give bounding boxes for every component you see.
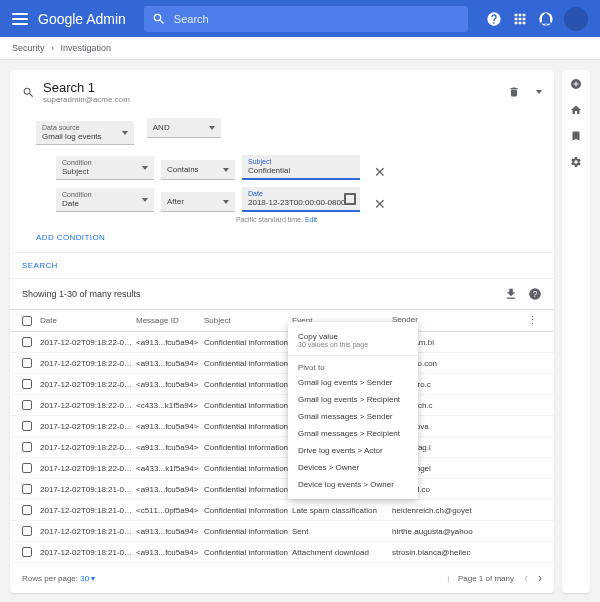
- row-checkbox[interactable]: [22, 337, 32, 347]
- search-button[interactable]: SEARCH: [10, 252, 554, 278]
- table-row[interactable]: 2017-12-02T09:18:21-0800<a913...fcu5a94>…: [10, 521, 554, 542]
- logo-google: Google: [38, 11, 83, 27]
- cell-subject: Confidential information: [204, 506, 292, 515]
- row-checkbox[interactable]: [22, 547, 32, 557]
- global-search[interactable]: [144, 6, 468, 32]
- menu-item[interactable]: Gmail messages > Recipient: [288, 425, 418, 442]
- breadcrumb-root[interactable]: Security: [12, 43, 45, 53]
- row-checkbox[interactable]: [22, 484, 32, 494]
- cell-subject: Confidential information: [204, 338, 292, 347]
- help-icon[interactable]: [486, 11, 502, 27]
- condition-row: ConditionSubject Contains Subject Confid…: [56, 155, 528, 180]
- condition-row: ConditionDate After Date 2018-12-23T00:0…: [56, 187, 528, 212]
- data-source-label: Data source: [42, 124, 102, 131]
- download-icon[interactable]: [504, 287, 518, 301]
- row-checkbox[interactable]: [22, 463, 32, 473]
- cell-message-id: <c433...k1f5a94>: [136, 401, 204, 410]
- gear-icon[interactable]: [570, 156, 582, 168]
- column-date[interactable]: Date: [40, 316, 136, 325]
- column-menu-icon[interactable]: ⋮: [527, 315, 538, 326]
- menu-item[interactable]: Gmail log events > Recipient: [288, 391, 418, 408]
- row-checkbox[interactable]: [22, 400, 32, 410]
- table-row[interactable]: 2017-12-02T09:18:22-0800<a913...fcu5a94>…: [10, 416, 554, 437]
- investigation-card: Search 1 superadmin@acme.com Data source…: [10, 70, 554, 593]
- column-subject[interactable]: Subject: [204, 316, 292, 325]
- row-checkbox[interactable]: [22, 526, 32, 536]
- side-toolbar: [562, 70, 590, 593]
- app-header: Google Admin: [0, 0, 600, 37]
- table-row[interactable]: 2017-12-02T09:18:22-0800<a913...fcu5a94>…: [10, 437, 554, 458]
- chevron-down-icon: [142, 198, 148, 202]
- search-input[interactable]: [174, 13, 460, 25]
- cell-date: 2017-12-02T09:18:22-0800: [40, 422, 136, 431]
- svg-text:?: ?: [533, 290, 538, 299]
- rows-per-page-label: Rows per page:: [22, 574, 78, 583]
- row-checkbox[interactable]: [22, 442, 32, 452]
- results-summary-bar: Showing 1-30 of many results ?: [10, 278, 554, 309]
- table-row[interactable]: 2017-12-02T09:18:22-0800<a913...fcu5a94>…: [10, 374, 554, 395]
- row-checkbox[interactable]: [22, 421, 32, 431]
- cell-sender: hirthe.augusta@yahoo: [392, 527, 542, 536]
- data-source-select[interactable]: Data source Gmail log events: [36, 121, 134, 145]
- condition-operator-select[interactable]: Contains: [161, 160, 235, 180]
- condition-date-input[interactable]: Date 2018-12-23T00:00:00-0800: [242, 187, 360, 212]
- remove-condition-button[interactable]: ✕: [373, 164, 387, 180]
- chevron-down-icon: [223, 200, 229, 204]
- cell-subject: Confidential information: [204, 359, 292, 368]
- row-checkbox[interactable]: [22, 379, 32, 389]
- cell-subject: Confidential information: [204, 443, 292, 452]
- row-checkbox[interactable]: [22, 505, 32, 515]
- condition-field-select[interactable]: ConditionSubject: [56, 156, 154, 180]
- table-row[interactable]: 2017-12-02T09:18:22-0800<a433...k1f5a94>…: [10, 458, 554, 479]
- table-row[interactable]: 2017-12-02T09:18:22-0800<a913...fcu5a94>…: [10, 332, 554, 353]
- menu-item[interactable]: Devices > Owner: [288, 459, 418, 476]
- table-row[interactable]: 2017-12-02T09:18:22-0800<c433...k1f5a94>…: [10, 395, 554, 416]
- condition-value-input[interactable]: Subject Confidential: [242, 155, 360, 180]
- delete-icon[interactable]: [508, 86, 520, 98]
- chevron-down-icon: [223, 168, 229, 172]
- apps-icon[interactable]: [512, 11, 528, 27]
- cell-event: Late spam classification: [292, 506, 392, 515]
- select-all-checkbox[interactable]: [22, 316, 32, 326]
- avatar[interactable]: [564, 7, 588, 31]
- menu-item[interactable]: Gmail messages > Sender: [288, 408, 418, 425]
- remove-condition-button[interactable]: ✕: [373, 196, 387, 212]
- help-icon[interactable]: ?: [528, 287, 542, 301]
- cell-event: Attachment download: [292, 548, 392, 557]
- query-builder: Data source Gmail log events AND Conditi…: [10, 114, 554, 252]
- row-checkbox[interactable]: [22, 358, 32, 368]
- first-page-button[interactable]: |‹: [447, 574, 448, 583]
- menu-item[interactable]: Device log events > Owner: [288, 476, 418, 493]
- calendar-icon[interactable]: [344, 193, 356, 205]
- next-page-button[interactable]: ›: [538, 571, 542, 585]
- menu-item[interactable]: Gmail log events > Sender: [288, 374, 418, 391]
- search-owner-email: superadmin@acme.com: [43, 95, 500, 104]
- menu-copy-value[interactable]: Copy value 30 values on this page: [288, 328, 418, 352]
- logo-admin: Admin: [86, 11, 126, 27]
- add-condition-button[interactable]: ADD CONDITION: [36, 233, 528, 242]
- bookmark-icon[interactable]: [570, 130, 582, 142]
- table-row[interactable]: 2017-12-02T09:18:21-0800<a913...fcu5a94>…: [10, 542, 554, 563]
- expand-icon[interactable]: [536, 90, 542, 94]
- table-row[interactable]: 2017-12-02T09:18:22-0800<a913...fcu5a94>…: [10, 353, 554, 374]
- notifications-icon[interactable]: [538, 11, 554, 27]
- condition-operator-select[interactable]: After: [161, 192, 235, 212]
- menu-icon[interactable]: [12, 13, 28, 25]
- chevron-right-icon: ›: [51, 43, 54, 53]
- condition-field-select[interactable]: ConditionDate: [56, 188, 154, 212]
- cell-date: 2017-12-02T09:18:22-0800: [40, 464, 136, 473]
- rows-per-page-select[interactable]: 30 ▾: [80, 574, 95, 583]
- operator-and[interactable]: AND: [147, 118, 221, 138]
- cell-subject: Confidential information: [204, 527, 292, 536]
- prev-page-button[interactable]: ‹: [524, 571, 528, 585]
- column-message-id[interactable]: Message ID: [136, 316, 204, 325]
- cell-date: 2017-12-02T09:18:21-0800: [40, 506, 136, 515]
- menu-item[interactable]: Drive log events > Actor: [288, 442, 418, 459]
- add-icon[interactable]: [570, 78, 582, 90]
- table-row[interactable]: 2017-12-02T09:18:21-0800<c511...0pf5a94>…: [10, 500, 554, 521]
- edit-timezone-link[interactable]: Edit: [305, 216, 317, 223]
- column-context-menu: Copy value 30 values on this page Pivot …: [288, 322, 418, 499]
- table-row[interactable]: 2017-12-02T09:18:21-0800<a913...fcu5a94>…: [10, 479, 554, 500]
- cell-date: 2017-12-02T09:18:22-0800: [40, 443, 136, 452]
- home-icon[interactable]: [570, 104, 582, 116]
